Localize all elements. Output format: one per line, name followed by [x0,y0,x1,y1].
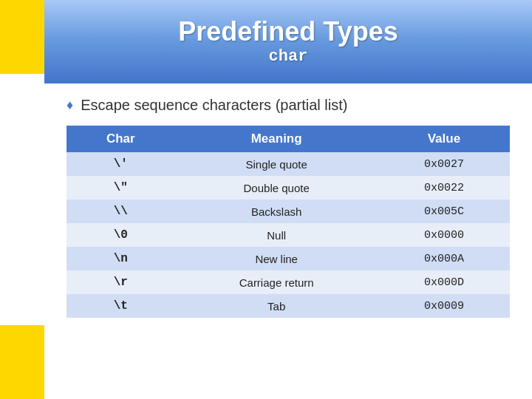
cell-value: 0x0027 [378,152,510,176]
table-row: \'Single quote0x0027 [66,152,510,176]
header: Predefined Types char [44,0,532,81]
cell-value: 0x0000 [378,223,510,247]
col-header-char: Char [66,126,175,152]
bullet-icon: ♦ [66,98,73,113]
table-row: \"Double quote0x0022 [66,176,510,200]
content-area: ♦ Escape sequence characters (partial li… [44,83,532,399]
table-row: \0Null0x0000 [66,223,510,247]
cell-meaning: New line [175,247,378,270]
cell-meaning: Single quote [175,152,378,176]
cell-meaning: Tab [175,294,378,318]
cell-value: 0x000D [378,270,510,294]
cell-value: 0x005C [378,200,510,223]
deco-left-bottom [0,325,44,399]
cell-char: \n [66,247,175,270]
bullet-point: ♦ Escape sequence characters (partial li… [66,97,510,114]
table-row: \nNew line0x000A [66,247,510,270]
cell-meaning: Carriage return [175,270,378,294]
cell-char: \r [66,270,175,294]
bullet-text: Escape sequence characters (partial list… [81,97,347,114]
cell-meaning: Null [175,223,378,247]
slide: Predefined Types char ♦ Escape sequence … [0,0,532,399]
deco-left-top [0,0,44,74]
cell-value: 0x0009 [378,294,510,318]
cell-meaning: Backslash [175,200,378,223]
cell-char: \t [66,294,175,318]
cell-value: 0x000A [378,247,510,270]
slide-subtitle: char [269,47,308,66]
table-row: \\Backslash0x005C [66,200,510,223]
cell-char: \\ [66,200,175,223]
cell-char: \' [66,152,175,176]
char-table: Char Meaning Value \'Single quote0x0027\… [66,126,510,318]
cell-char: \" [66,176,175,200]
table-header-row: Char Meaning Value [66,126,510,152]
table-row: \rCarriage return0x000D [66,270,510,294]
cell-meaning: Double quote [175,176,378,200]
table-row: \tTab0x0009 [66,294,510,318]
cell-value: 0x0022 [378,176,510,200]
slide-title: Predefined Types [178,16,398,47]
col-header-meaning: Meaning [175,126,378,152]
col-header-value: Value [378,126,510,152]
cell-char: \0 [66,223,175,247]
